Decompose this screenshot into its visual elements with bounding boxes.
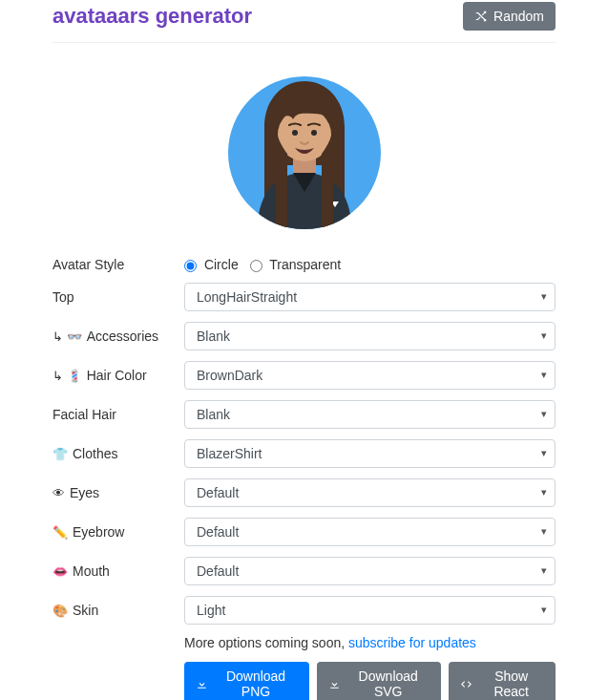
radio-transparent-input[interactable] bbox=[250, 260, 262, 272]
radio-transparent[interactable]: Transparent bbox=[250, 257, 342, 272]
radio-circle-input[interactable] bbox=[184, 260, 197, 272]
avatar-preview bbox=[52, 43, 556, 257]
select-eyes-wrap: Default bbox=[184, 478, 556, 507]
label-top-text: Top bbox=[52, 289, 74, 305]
label-facial-hair-text: Facial Hair bbox=[52, 407, 116, 422]
mouth-icon: 👄 bbox=[52, 565, 68, 578]
download-png-label: Download PNG bbox=[214, 668, 298, 699]
select-accessories[interactable]: Blank bbox=[184, 322, 556, 350]
svg-point-4 bbox=[292, 130, 298, 136]
select-accessories-wrap: Blank bbox=[184, 322, 556, 350]
select-facial-hair[interactable]: Blank bbox=[184, 400, 556, 429]
label-eyes: 👁Eyes bbox=[52, 485, 184, 500]
download-png-button[interactable]: Download PNG bbox=[184, 662, 309, 700]
select-top[interactable]: LongHairStraight bbox=[184, 283, 556, 311]
label-skin-text: Skin bbox=[73, 603, 98, 618]
code-icon bbox=[460, 678, 472, 690]
random-button[interactable]: Random bbox=[463, 2, 556, 31]
select-top-wrap: LongHairStraight bbox=[184, 283, 556, 311]
avatar-style-radio-group: Circle Transparent bbox=[184, 257, 556, 272]
download-svg-button[interactable]: Download SVG bbox=[317, 662, 441, 700]
select-hair-color-wrap: BrownDark bbox=[184, 361, 556, 390]
label-top: Top bbox=[52, 289, 184, 305]
note-text: More options coming soon, bbox=[184, 635, 348, 650]
label-mouth: 👄Mouth bbox=[52, 563, 184, 579]
select-skin-wrap: Light bbox=[184, 596, 556, 625]
random-button-label: Random bbox=[493, 9, 544, 24]
skin-icon: 🎨 bbox=[52, 605, 68, 617]
label-eyebrow: ✏️Eyebrow bbox=[52, 524, 184, 540]
label-hair-color-text: Hair Color bbox=[87, 368, 147, 383]
radio-circle-label: Circle bbox=[204, 257, 239, 272]
download-svg-label: Download SVG bbox=[346, 668, 430, 699]
select-mouth[interactable]: Default bbox=[184, 557, 556, 585]
show-react-button[interactable]: Show React bbox=[449, 662, 556, 700]
subscribe-link[interactable]: subscribe for updates bbox=[348, 635, 476, 650]
label-accessories-text: Accessories bbox=[87, 329, 158, 344]
accessories-icon: ↳ 👓 bbox=[52, 330, 82, 343]
label-clothes: 👕Clothes bbox=[52, 446, 184, 461]
label-mouth-text: Mouth bbox=[73, 563, 110, 579]
label-hair-color: ↳ 💈Hair Color bbox=[52, 368, 184, 383]
label-facial-hair: Facial Hair bbox=[52, 407, 184, 422]
select-eyebrow[interactable]: Default bbox=[184, 518, 556, 546]
show-react-label: Show React bbox=[478, 668, 544, 699]
select-eyebrow-wrap: Default bbox=[184, 518, 556, 546]
clothes-icon: 👕 bbox=[52, 448, 68, 460]
label-eyes-text: Eyes bbox=[70, 485, 99, 500]
eyes-icon: 👁 bbox=[52, 487, 65, 499]
download-icon bbox=[328, 678, 341, 690]
label-avatar-style: Avatar Style bbox=[52, 257, 184, 272]
radio-circle[interactable]: Circle bbox=[184, 257, 242, 272]
download-icon bbox=[196, 678, 208, 690]
more-options-note: More options coming soon, subscribe for … bbox=[184, 635, 556, 650]
radio-transparent-label: Transparent bbox=[269, 257, 341, 272]
shuffle-icon bbox=[474, 10, 488, 23]
label-accessories: ↳ 👓Accessories bbox=[52, 329, 184, 344]
label-eyebrow-text: Eyebrow bbox=[73, 524, 124, 540]
eyebrow-icon: ✏️ bbox=[52, 526, 68, 539]
hair-color-icon: ↳ 💈 bbox=[52, 370, 82, 382]
label-clothes-text: Clothes bbox=[73, 446, 117, 461]
select-eyes[interactable]: Default bbox=[184, 478, 556, 507]
select-mouth-wrap: Default bbox=[184, 557, 556, 585]
select-hair-color[interactable]: BrownDark bbox=[184, 361, 556, 390]
select-clothes-wrap: BlazerShirt bbox=[184, 439, 556, 468]
select-facial-hair-wrap: Blank bbox=[184, 400, 556, 429]
svg-point-5 bbox=[311, 130, 317, 136]
label-skin: 🎨Skin bbox=[52, 603, 184, 618]
select-clothes[interactable]: BlazerShirt bbox=[184, 439, 556, 468]
select-skin[interactable]: Light bbox=[184, 596, 556, 625]
page-title: avataaars generator bbox=[52, 4, 252, 29]
avatar-image bbox=[228, 70, 381, 236]
